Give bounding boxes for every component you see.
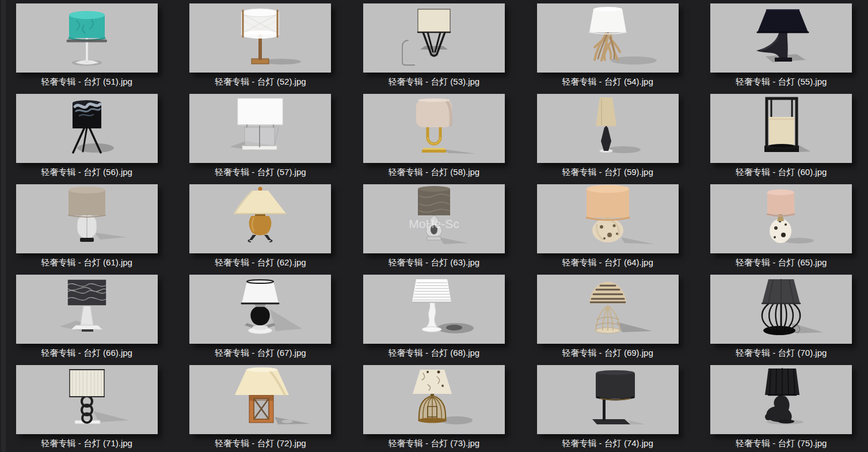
file-item[interactable]: 轻奢专辑 - 台灯 (52).jpg <box>174 0 348 90</box>
file-name-label[interactable]: 轻奢专辑 - 台灯 (52).jpg <box>215 77 306 87</box>
file-name-label[interactable]: 轻奢专辑 - 台灯 (51).jpg <box>41 77 132 87</box>
file-item[interactable]: 轻奢专辑 - 台灯 (57).jpg <box>174 90 348 181</box>
lamp-preview-image <box>189 3 331 73</box>
file-name-label[interactable]: 轻奢专辑 - 台灯 (75).jpg <box>736 438 827 449</box>
file-thumbnail[interactable] <box>537 3 679 73</box>
file-thumbnail[interactable] <box>16 365 158 434</box>
file-name-label[interactable]: 轻奢专辑 - 台灯 (59).jpg <box>562 167 653 177</box>
file-thumbnail[interactable] <box>16 275 158 344</box>
file-thumbnail[interactable] <box>537 275 679 344</box>
file-item[interactable]: 轻奢专辑 - 台灯 (60).jpg <box>694 90 868 181</box>
file-thumbnail[interactable] <box>537 184 679 253</box>
file-item[interactable]: 轻奢专辑 - 台灯 (55).jpg <box>694 0 868 90</box>
file-item[interactable]: MoHe-Sc 轻奢专辑 - 台灯 (63).jpg <box>347 181 521 271</box>
lamp-preview-image <box>16 275 158 344</box>
file-name-label[interactable]: 轻奢专辑 - 台灯 (62).jpg <box>215 257 306 268</box>
file-item[interactable]: 轻奢专辑 - 台灯 (69).jpg <box>521 271 695 362</box>
file-thumbnail[interactable] <box>710 275 852 344</box>
file-item[interactable]: 轻奢专辑 - 台灯 (73).jpg <box>347 362 521 452</box>
lamp-preview-image <box>189 365 331 434</box>
file-item[interactable]: 轻奢专辑 - 台灯 (64).jpg <box>521 181 695 271</box>
lamp-preview-image <box>363 3 505 73</box>
file-name-label[interactable]: 轻奢专辑 - 台灯 (54).jpg <box>562 77 653 87</box>
file-item[interactable]: 轻奢专辑 - 台灯 (51).jpg <box>0 0 174 90</box>
file-name-label[interactable]: 轻奢专辑 - 台灯 (60).jpg <box>736 167 827 177</box>
lamp-preview-image <box>363 275 505 344</box>
watermark-text: MoHe-Sc <box>409 217 459 230</box>
lamp-preview-image <box>189 94 331 163</box>
lamp-preview-image <box>710 365 852 434</box>
lamp-preview-image <box>537 365 679 434</box>
file-item[interactable]: 轻奢专辑 - 台灯 (66).jpg <box>0 271 174 362</box>
lamp-preview-image <box>363 365 505 434</box>
file-item[interactable]: 轻奢专辑 - 台灯 (59).jpg <box>521 90 695 181</box>
file-item[interactable]: 轻奢专辑 - 台灯 (71).jpg <box>0 362 174 452</box>
file-thumbnail[interactable] <box>363 94 505 163</box>
file-thumbnail[interactable]: MoHe-Sc <box>363 184 505 253</box>
lamp-preview-image <box>16 3 158 73</box>
file-name-label[interactable]: 轻奢专辑 - 台灯 (55).jpg <box>736 77 827 87</box>
file-grid: 轻奢专辑 - 台灯 (51).jpg 轻奢专辑 - 台灯 (52).jpg 轻奢… <box>0 0 868 452</box>
file-name-label[interactable]: 轻奢专辑 - 台灯 (58).jpg <box>389 167 479 177</box>
lamp-preview-image <box>710 275 852 344</box>
file-thumbnail[interactable] <box>537 365 679 434</box>
file-name-label[interactable]: 轻奢专辑 - 台灯 (61).jpg <box>41 257 132 268</box>
lamp-preview-image <box>710 3 852 73</box>
file-thumbnail[interactable] <box>363 365 505 434</box>
file-name-label[interactable]: 轻奢专辑 - 台灯 (64).jpg <box>562 257 653 268</box>
file-item[interactable]: 轻奢专辑 - 台灯 (61).jpg <box>0 181 174 271</box>
file-thumbnail[interactable] <box>710 3 852 73</box>
file-item[interactable]: 轻奢专辑 - 台灯 (72).jpg <box>174 362 348 452</box>
file-item[interactable]: 轻奢专辑 - 台灯 (58).jpg <box>347 90 521 181</box>
file-thumbnail[interactable] <box>537 94 679 163</box>
file-item[interactable]: 轻奢专辑 - 台灯 (62).jpg <box>174 181 348 271</box>
file-name-label[interactable]: 轻奢专辑 - 台灯 (67).jpg <box>215 348 306 358</box>
file-browser-viewport: 轻奢专辑 - 台灯 (51).jpg 轻奢专辑 - 台灯 (52).jpg 轻奢… <box>0 0 868 452</box>
file-name-label[interactable]: 轻奢专辑 - 台灯 (57).jpg <box>215 167 306 177</box>
file-item[interactable]: 轻奢专辑 - 台灯 (65).jpg <box>694 181 868 271</box>
file-name-label[interactable]: 轻奢专辑 - 台灯 (69).jpg <box>562 348 653 358</box>
file-thumbnail[interactable] <box>710 365 852 434</box>
file-name-label[interactable]: 轻奢专辑 - 台灯 (66).jpg <box>41 348 132 358</box>
file-name-label[interactable]: 轻奢专辑 - 台灯 (74).jpg <box>562 438 653 449</box>
file-item[interactable]: 轻奢专辑 - 台灯 (75).jpg <box>694 362 868 452</box>
lamp-preview-image <box>537 3 679 73</box>
file-item[interactable]: 轻奢专辑 - 台灯 (70).jpg <box>694 271 868 362</box>
file-thumbnail[interactable] <box>710 94 852 163</box>
file-name-label[interactable]: 轻奢专辑 - 台灯 (68).jpg <box>389 348 479 358</box>
file-thumbnail[interactable] <box>16 3 158 73</box>
file-thumbnail[interactable] <box>189 275 331 344</box>
lamp-preview-image <box>537 184 679 253</box>
lamp-preview-image <box>710 94 852 163</box>
file-thumbnail[interactable] <box>189 184 331 253</box>
file-thumbnail[interactable] <box>189 365 331 434</box>
file-item[interactable]: 轻奢专辑 - 台灯 (68).jpg <box>347 271 521 362</box>
lamp-preview-image <box>537 275 679 344</box>
file-thumbnail[interactable] <box>710 184 852 253</box>
file-item[interactable]: 轻奢专辑 - 台灯 (54).jpg <box>521 0 695 90</box>
file-thumbnail[interactable] <box>189 3 331 73</box>
lamp-preview-image <box>16 184 158 253</box>
lamp-preview-image <box>189 184 331 253</box>
file-name-label[interactable]: 轻奢专辑 - 台灯 (63).jpg <box>389 257 479 268</box>
file-name-label[interactable]: 轻奢专辑 - 台灯 (65).jpg <box>736 257 827 268</box>
file-item[interactable]: 轻奢专辑 - 台灯 (67).jpg <box>174 271 348 362</box>
file-thumbnail[interactable] <box>363 275 505 344</box>
file-item[interactable]: 轻奢专辑 - 台灯 (56).jpg <box>0 90 174 181</box>
lamp-preview-image <box>363 94 505 163</box>
file-name-label[interactable]: 轻奢专辑 - 台灯 (72).jpg <box>215 438 306 449</box>
file-name-label[interactable]: 轻奢专辑 - 台灯 (73).jpg <box>389 438 479 449</box>
lamp-preview-image <box>16 365 158 434</box>
file-item[interactable]: 轻奢专辑 - 台灯 (74).jpg <box>521 362 695 452</box>
file-thumbnail[interactable] <box>16 184 158 253</box>
file-thumbnail[interactable] <box>16 94 158 163</box>
file-item[interactable]: 轻奢专辑 - 台灯 (53).jpg <box>347 0 521 90</box>
lamp-preview-image <box>16 94 158 163</box>
file-name-label[interactable]: 轻奢专辑 - 台灯 (53).jpg <box>389 77 479 87</box>
file-name-label[interactable]: 轻奢专辑 - 台灯 (56).jpg <box>41 167 132 177</box>
lamp-preview-image <box>710 184 852 253</box>
file-name-label[interactable]: 轻奢专辑 - 台灯 (70).jpg <box>736 348 827 358</box>
file-name-label[interactable]: 轻奢专辑 - 台灯 (71).jpg <box>41 438 132 449</box>
file-thumbnail[interactable] <box>363 3 505 73</box>
file-thumbnail[interactable] <box>189 94 331 163</box>
